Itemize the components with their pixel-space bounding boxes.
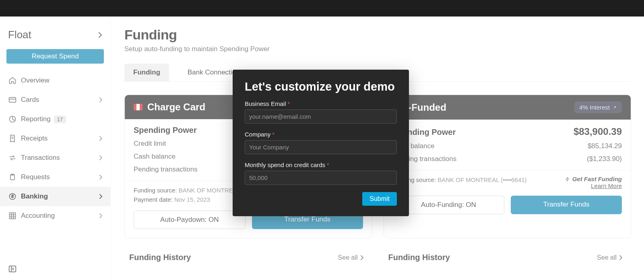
modal-title: Let's customize your demo xyxy=(245,80,397,93)
submit-button[interactable]: Submit xyxy=(362,192,397,206)
business-email-label: Business Email* xyxy=(245,100,397,107)
business-email-input[interactable] xyxy=(245,110,397,124)
company-input[interactable] xyxy=(245,140,397,154)
monthly-spend-input[interactable] xyxy=(245,171,397,185)
top-bar xyxy=(0,0,644,17)
company-label: Company* xyxy=(245,131,397,138)
customize-demo-modal: Let's customize your demo Business Email… xyxy=(233,70,409,216)
monthly-spend-label: Monthly spend on credit cards* xyxy=(245,161,397,168)
